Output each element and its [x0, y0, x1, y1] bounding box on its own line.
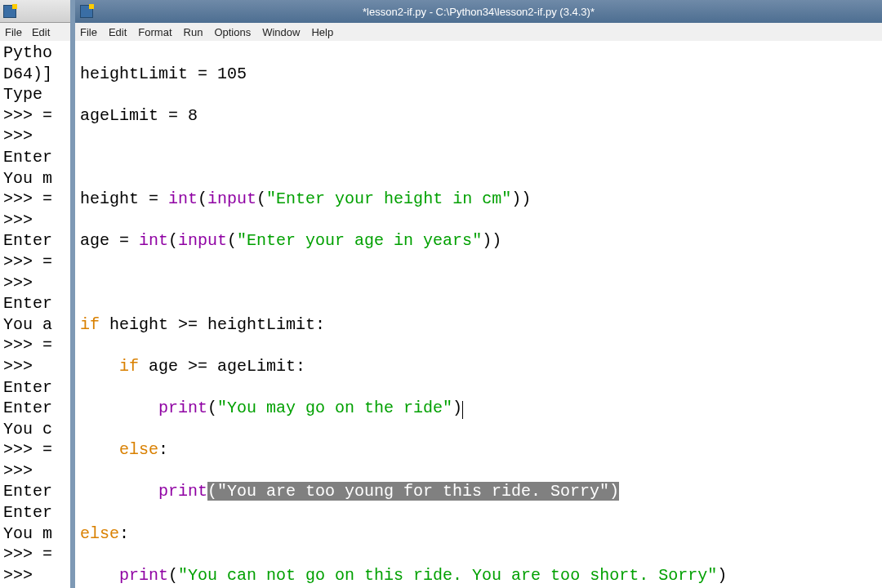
- code-line: [80, 273, 877, 294]
- shell-line: >>> =: [3, 189, 67, 210]
- shell-menubar[interactable]: File Edit: [0, 23, 70, 41]
- python-icon: [3, 5, 16, 18]
- shell-line: Enter: [3, 377, 67, 399]
- shell-line: Enter: [3, 293, 67, 314]
- shell-line: >>> =: [3, 335, 67, 356]
- shell-line: >>>: [3, 356, 67, 377]
- shell-titlebar: [0, 0, 70, 23]
- code-line: else:: [80, 439, 877, 461]
- python-shell-window: File Edit Pytho D64)] Type >>> = >>> Ent…: [0, 0, 70, 588]
- shell-line: >>>: [3, 210, 67, 231]
- code-line: heightLimit = 105: [80, 64, 877, 85]
- code-line: height = int(input("Enter your height in…: [80, 189, 877, 210]
- shell-line: Enter: [3, 502, 67, 523]
- code-line: else:: [80, 523, 877, 545]
- menu-format[interactable]: Format: [138, 26, 172, 38]
- menu-help[interactable]: Help: [311, 26, 333, 38]
- code-line: ageLimit = 8: [80, 105, 877, 127]
- shell-line: You c: [3, 419, 67, 440]
- shell-menu-file[interactable]: File: [5, 26, 22, 38]
- idle-editor-window: *lesson2-if.py - C:\Python34\lesson2-if.…: [70, 0, 882, 588]
- code-line: print("You may go on the ride"): [80, 398, 877, 419]
- shell-line: You m: [3, 168, 67, 189]
- code-line: print("You are too young for this ride. …: [80, 481, 877, 502]
- editor-menubar[interactable]: File Edit Format Run Options Window Help: [75, 23, 882, 41]
- menu-options[interactable]: Options: [214, 26, 251, 38]
- shell-line: Enter: [3, 147, 67, 168]
- shell-line: You m: [3, 523, 67, 545]
- code-line: print("You can not go on this ride. You …: [80, 565, 877, 586]
- shell-line: You a: [3, 314, 67, 336]
- menu-window[interactable]: Window: [262, 26, 300, 38]
- shell-line: Enter: [3, 398, 67, 419]
- shell-line: D64)]: [3, 64, 67, 85]
- menu-run[interactable]: Run: [184, 26, 203, 38]
- shell-line: >>>: [3, 461, 67, 482]
- code-line: if age >= ageLimit:: [80, 356, 877, 377]
- code-line: [80, 147, 877, 168]
- python-icon: [80, 5, 93, 18]
- shell-line: Enter: [3, 481, 67, 502]
- selected-text: ("You are too young for this ride. Sorry…: [207, 482, 619, 501]
- code-line: if height >= heightLimit:: [80, 314, 877, 336]
- shell-line: >>>: [3, 565, 67, 586]
- shell-line: Type: [3, 84, 67, 105]
- shell-menu-edit[interactable]: Edit: [32, 26, 50, 38]
- shell-line: Pytho: [3, 42, 67, 64]
- code-line: age = int(input("Enter your age in years…: [80, 230, 877, 252]
- shell-line: >>> =: [3, 252, 67, 273]
- text-cursor: [462, 401, 463, 419]
- shell-line: Enter: [3, 230, 67, 252]
- shell-line: >>>: [3, 273, 67, 294]
- code-editor[interactable]: heightLimit = 105 ageLimit = 8 height = …: [75, 41, 882, 588]
- editor-title: *lesson2-if.py - C:\Python34\lesson2-if.…: [100, 6, 882, 18]
- shell-line: >>> =: [3, 105, 67, 127]
- menu-file[interactable]: File: [80, 26, 97, 38]
- editor-titlebar[interactable]: *lesson2-if.py - C:\Python34\lesson2-if.…: [75, 0, 882, 23]
- shell-line: >>>: [3, 126, 67, 147]
- menu-edit[interactable]: Edit: [109, 26, 127, 38]
- shell-output[interactable]: Pytho D64)] Type >>> = >>> Enter You m >…: [0, 41, 70, 587]
- shell-line: >>> =: [3, 544, 67, 565]
- shell-line: >>> =: [3, 439, 67, 461]
